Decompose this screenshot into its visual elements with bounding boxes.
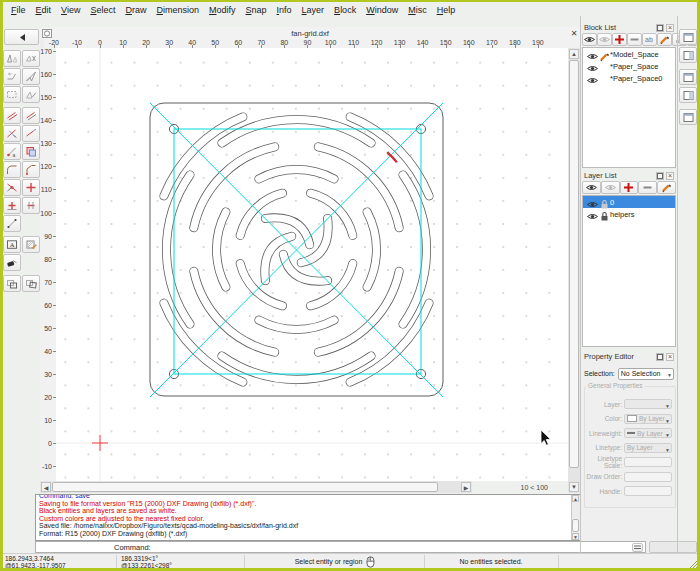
menu-draw[interactable]: Draw: [120, 5, 151, 15]
block-row[interactable]: *Paper_Space: [583, 60, 675, 72]
tool-break-out-button[interactable]: [22, 179, 40, 196]
menu-dimension[interactable]: Dimension: [151, 5, 204, 15]
eye-icon[interactable]: [586, 50, 595, 58]
tool-parallel-copy-button[interactable]: [22, 107, 40, 124]
tool-bevel-button[interactable]: [22, 161, 40, 178]
menu-view[interactable]: View: [56, 5, 85, 15]
history-scroll-up-icon[interactable]: ▲: [572, 495, 579, 502]
menu-edit[interactable]: Edit: [31, 5, 57, 15]
property-combo[interactable]: By Layer▼: [624, 443, 672, 453]
tool-trim-two-button[interactable]: [22, 197, 40, 214]
property-combo[interactable]: By Layer▼: [624, 414, 672, 424]
property-combo[interactable]: ▼: [624, 399, 672, 409]
tool-project-button[interactable]: [22, 68, 40, 85]
lock-icon[interactable]: [598, 210, 607, 218]
float-panel-icon[interactable]: [656, 24, 664, 32]
show-all-layers-button[interactable]: [582, 181, 601, 194]
property-editor-title: Property Editor: [582, 352, 656, 361]
remove-block-button[interactable]: [627, 33, 642, 46]
resize-grip[interactable]: [688, 559, 698, 569]
tool-offset-button[interactable]: [3, 107, 21, 124]
property-input[interactable]: [624, 472, 672, 482]
tool-rotate-copy-button[interactable]: [22, 275, 40, 292]
menu-snap[interactable]: Snap: [241, 5, 272, 15]
command-options-button[interactable]: [632, 543, 643, 552]
block-row[interactable]: *Paper_Space0: [583, 72, 675, 84]
close-panel-icon[interactable]: ×: [666, 172, 674, 180]
block-row[interactable]: *Model_Space: [583, 48, 675, 60]
tool-lengthen-button[interactable]: a: [3, 143, 21, 160]
tool-edit-text-button[interactable]: A: [3, 236, 21, 253]
layer-row[interactable]: helpers: [583, 208, 675, 220]
vertical-scrollbar[interactable]: ▲ ▼: [568, 48, 580, 493]
float-panel-icon[interactable]: [656, 353, 664, 361]
menu-layer[interactable]: Layer: [297, 5, 330, 15]
tool-move-copy-button[interactable]: [3, 275, 21, 292]
remove-layer-button[interactable]: [638, 181, 657, 194]
tool-flip-button[interactable]: [22, 50, 40, 67]
close-document-icon[interactable]: ✕: [568, 29, 580, 38]
menu-modify[interactable]: Modify: [204, 5, 241, 15]
float-panel-icon[interactable]: [656, 172, 664, 180]
tool-hatch-button[interactable]: [22, 236, 40, 253]
close-panel-icon[interactable]: ×: [666, 24, 674, 32]
property-combo[interactable]: By Layer▼: [624, 428, 672, 438]
tool-mirror-button[interactable]: [3, 50, 21, 67]
dock-toggle-button-3[interactable]: [679, 69, 697, 85]
drawing-canvas[interactable]: [56, 48, 568, 481]
back-button[interactable]: [4, 29, 39, 45]
menu-window[interactable]: Window: [361, 5, 403, 15]
history-scroll-thumb[interactable]: [572, 519, 579, 532]
menu-misc[interactable]: Misc: [403, 5, 432, 15]
menu-select[interactable]: Select: [85, 5, 120, 15]
toggle-block-visibility-button[interactable]: [582, 33, 597, 46]
toggle-layer-visibility-button[interactable]: [601, 181, 620, 194]
lock-icon[interactable]: [598, 198, 607, 206]
tool-extend-button[interactable]: [22, 125, 40, 142]
command-input[interactable]: Command:: [35, 541, 646, 553]
horizontal-scroll-thumb[interactable]: [52, 482, 438, 492]
vertical-scroll-thumb[interactable]: [569, 60, 579, 468]
property-input[interactable]: [624, 457, 672, 467]
dock-toggle-button-2[interactable]: [679, 47, 697, 63]
rename-block-button[interactable]: ab: [642, 33, 657, 46]
scroll-up-icon[interactable]: ▲: [569, 49, 579, 59]
tool-divide-button[interactable]: [3, 179, 21, 196]
tool-clip-box-button[interactable]: [22, 143, 40, 160]
tool-trim-button[interactable]: [3, 125, 21, 142]
edit-block-button[interactable]: [657, 33, 672, 46]
dock-toggle-button-1[interactable]: [679, 29, 697, 45]
close-panel-icon[interactable]: ×: [666, 353, 674, 361]
eye-icon[interactable]: [586, 62, 595, 70]
eye-icon[interactable]: [586, 74, 595, 82]
menu-block[interactable]: Block: [329, 5, 361, 15]
history-scrollbar[interactable]: ▲ ▼: [571, 495, 580, 540]
scroll-down-icon[interactable]: ▼: [569, 482, 579, 492]
tool-delete-button[interactable]: [3, 254, 21, 271]
add-layer-button[interactable]: [620, 181, 639, 194]
tool-transform-button[interactable]: [22, 86, 40, 103]
layer-row[interactable]: 0: [583, 196, 675, 208]
tool-auto-trim-button[interactable]: [3, 197, 21, 214]
tool-round-corner-button[interactable]: [3, 161, 21, 178]
menu-help[interactable]: Help: [432, 5, 461, 15]
history-scroll-down-icon[interactable]: ▼: [572, 533, 579, 540]
v-ruler-label: 160: [40, 71, 52, 78]
edit-layer-button[interactable]: [657, 181, 676, 194]
scroll-right-icon[interactable]: ▶: [461, 482, 471, 492]
menu-file[interactable]: File: [6, 5, 31, 15]
scroll-left-icon[interactable]: ◀: [41, 482, 51, 492]
tool-stretch-button[interactable]: [3, 68, 21, 85]
dock-toggle-button-4[interactable]: [679, 87, 697, 103]
tool-lasso-select-button[interactable]: [3, 86, 21, 103]
eye-icon[interactable]: [586, 198, 595, 206]
selection-combo[interactable]: No Selection ▼: [618, 368, 674, 380]
tool-split-point-button[interactable]: [3, 215, 21, 232]
property-input[interactable]: [624, 486, 672, 496]
dock-toggle-button-5[interactable]: [679, 109, 697, 125]
hide-all-blocks-button[interactable]: [597, 33, 612, 46]
horizontal-scrollbar[interactable]: ◀ ▶: [40, 481, 472, 493]
menu-info[interactable]: Info: [272, 5, 297, 15]
eye-icon[interactable]: [586, 210, 595, 218]
add-block-button[interactable]: [612, 33, 627, 46]
